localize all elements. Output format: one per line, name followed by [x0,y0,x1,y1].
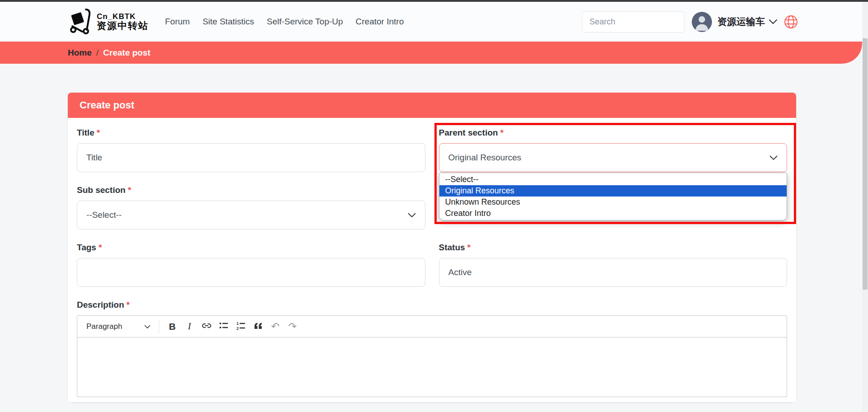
nav-item-creator-intro[interactable]: Creator Intro [349,12,410,31]
undo-button[interactable]: ↶ [267,318,284,335]
page-scrollbar-thumb[interactable] [863,38,868,290]
numbered-list-button[interactable]: 1 2 [232,318,250,335]
svg-text:2: 2 [236,326,239,331]
chevron-down-icon [144,323,151,331]
richtext-toolbar: Paragraph B I [77,315,787,337]
bulleted-list-icon [218,320,229,333]
tags-group: Tags* [77,242,425,287]
parent-section-label: Parent section* [439,127,788,138]
create-post-form: Title* Parent section* Original Resource… [77,127,787,397]
sub-section-select[interactable]: --Select-- [77,201,425,229]
handtruck-logo-icon [68,7,94,36]
status-group: Status* [439,242,788,287]
title-required-mark: * [97,128,100,137]
toolbar-divider [159,319,159,334]
card-body: Title* Parent section* Original Resource… [68,118,796,402]
main-nav: Forum Site Statistics Self-Service Top-U… [159,12,410,31]
paragraph-style-label: Paragraph [86,322,122,331]
sub-section-group: Sub section* --Select-- [77,185,425,229]
parent-section-dropdown: --Select-- Original Resources Unknown Re… [439,173,788,220]
sub-section-label-text: Sub section [77,185,126,195]
redo-icon: ↷ [288,322,297,332]
link-icon [201,320,212,333]
parent-section-select[interactable]: Original Resources [439,143,788,172]
bold-icon: B [169,321,175,332]
chevron-down-icon [769,153,778,163]
logo-line1: Cn_KBTK [97,13,149,21]
dropdown-option-original-resources[interactable]: Original Resources [439,185,787,197]
card-title: Create post [80,99,134,111]
breadcrumb-current: Create post [103,48,151,58]
search-input[interactable] [582,11,684,33]
navbar-right: 资源运输车 [582,11,798,33]
parent-section-required-mark: * [500,128,503,137]
description-group: Description* Paragraph B [77,300,787,397]
redo-button[interactable]: ↷ [284,318,301,335]
numbered-list-icon: 1 2 [236,320,246,333]
title-input[interactable] [77,143,425,172]
navbar: Cn_KBTK 资源中转站 Forum Site Statistics Self… [0,2,868,42]
site-logo[interactable]: Cn_KBTK 资源中转站 [68,7,149,36]
user-menu-chevron-icon [769,19,778,24]
bold-button[interactable]: B [164,318,181,335]
dropdown-option-unknown-resources[interactable]: Unknown Resources [439,197,787,208]
page-content: Create post Title* Parent section* Origi… [0,93,868,412]
paragraph-style-dropdown[interactable]: Paragraph [82,318,154,335]
parent-section-group: Parent section* Original Resources --Sel… [439,127,788,172]
page-scrollbar-track[interactable] [862,2,868,412]
undo-icon: ↶ [271,322,279,332]
nav-item-forum[interactable]: Forum [159,12,196,31]
sub-section-required-mark: * [128,185,131,195]
card-header: Create post [68,93,796,118]
breadcrumb: Home / Create post [0,42,862,64]
nav-item-site-statistics[interactable]: Site Statistics [196,12,260,31]
status-label: Status* [439,242,788,253]
breadcrumb-separator: / [96,48,99,58]
status-label-text: Status [439,243,465,252]
blockquote-icon [253,320,264,333]
sub-section-selected-value: --Select-- [86,210,122,220]
title-label: Title* [77,127,425,138]
blockquote-button[interactable] [250,318,267,335]
tags-label-text: Tags [77,243,96,252]
dropdown-option-select[interactable]: --Select-- [439,174,787,185]
dropdown-option-creator-intro[interactable]: Creator Intro [439,208,787,219]
parent-section-selected-value: Original Resources [448,153,522,163]
sub-section-label: Sub section* [77,185,425,196]
title-label-text: Title [77,128,94,137]
logo-text: Cn_KBTK 资源中转站 [97,13,149,31]
user-avatar[interactable] [692,12,712,32]
link-button[interactable] [198,318,215,335]
description-required-mark: * [127,300,130,309]
username[interactable]: 资源运输车 [717,15,765,28]
svg-text:1: 1 [236,321,239,326]
tags-label: Tags* [77,242,425,253]
status-required-mark: * [467,243,471,252]
description-label: Description* [77,300,787,310]
bulleted-list-button[interactable] [215,318,232,335]
title-group: Title* [77,127,425,172]
breadcrumb-home-link[interactable]: Home [68,48,92,58]
description-label-text: Description [77,300,124,309]
chevron-down-icon [408,210,416,220]
status-input[interactable] [439,258,788,287]
language-globe-icon[interactable] [784,15,798,29]
italic-button[interactable]: I [181,318,198,335]
parent-section-label-text: Parent section [439,128,498,137]
create-post-card: Create post Title* Parent section* Origi… [68,93,796,402]
description-editor-body[interactable] [77,337,787,397]
italic-icon: I [188,321,191,332]
tags-required-mark: * [99,243,102,252]
nav-item-top-up[interactable]: Self-Service Top-Up [260,12,349,31]
tags-input[interactable] [77,258,425,287]
logo-line2: 资源中转站 [97,21,149,31]
